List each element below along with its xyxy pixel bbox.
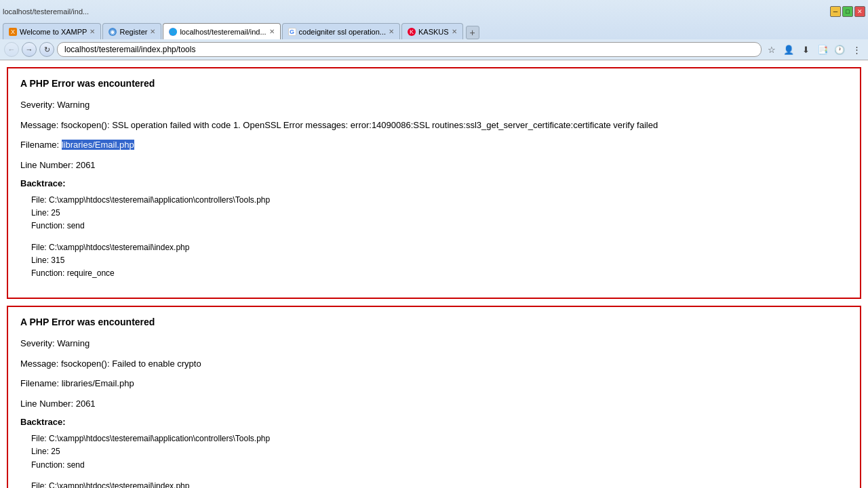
linenumber-label-1: Line Number: [20, 160, 73, 170]
bookmarks-icon[interactable]: 📑 [815, 42, 830, 57]
severity-value-1: Warning [57, 100, 90, 110]
backtrace-file-2-1: File: C:\xampp\htdocs\testeremail\index.… [31, 480, 848, 488]
error-linenumber-2: Line Number: 2061 [20, 397, 848, 411]
address-input[interactable] [57, 42, 762, 57]
tab-codeigniter[interactable]: G codeigniter ssl operation... ✕ [282, 23, 400, 39]
toolbar-icons: ☆ 👤 ⬇ 📑 🕐 ⋮ [764, 42, 864, 57]
message-value-1: fsockopen(): SSL operation failed with c… [61, 120, 658, 130]
filename-label-2: Filename: [20, 378, 59, 388]
forward-button[interactable]: → [22, 42, 37, 57]
page-content: A PHP Error was encountered Severity: Wa… [0, 60, 868, 488]
address-bar-row: ← → ↻ ☆ 👤 ⬇ 📑 🕐 ⋮ [0, 39, 868, 60]
error-box-1: A PHP Error was encountered Severity: Wa… [7, 67, 861, 299]
backtrace-file-1-0: File: C:\xampp\htdocs\testeremail\applic… [31, 194, 848, 207]
backtrace-function-2-0: Function: send [31, 459, 848, 472]
tab-codeigniter-close[interactable]: ✕ [389, 28, 394, 35]
linenumber-label-2: Line Number: [20, 399, 73, 409]
tab-register-icon: ◉ [108, 28, 117, 36]
filename-value-1: libraries/Email.php [62, 140, 134, 150]
linenumber-value-1: 2061 [76, 160, 96, 170]
error-severity-1: Severity: Warning [20, 98, 848, 112]
window-title: localhost/testeremail/ind... [3, 7, 89, 16]
tab-localhost-close[interactable]: ✕ [269, 28, 275, 35]
close-button[interactable]: ✕ [854, 6, 865, 17]
title-bar: localhost/testeremail/ind... ─ □ ✕ [0, 0, 868, 20]
backtrace-line-1-1: Line: 315 [31, 254, 848, 267]
backtrace-title-1: Backtrace: [20, 178, 848, 188]
error-title-2: A PHP Error was encountered [20, 317, 848, 327]
message-label-2: Message: [20, 359, 58, 369]
tab-kaskus[interactable]: K KASKUS ✕ [401, 23, 463, 39]
tab-xampp[interactable]: X Welcome to XAMPP ✕ [3, 23, 101, 39]
tab-register-close[interactable]: ✕ [150, 28, 155, 35]
person-icon[interactable]: 👤 [781, 42, 796, 57]
tab-xampp-close[interactable]: ✕ [90, 28, 95, 35]
linenumber-value-2: 2061 [76, 399, 96, 409]
backtrace-line-2-0: Line: 25 [31, 445, 848, 458]
error-box-2: A PHP Error was encountered Severity: Wa… [7, 306, 861, 488]
backtrace-line-1-0: Line: 25 [31, 207, 848, 220]
severity-value-2: Warning [57, 338, 90, 348]
browser-chrome: localhost/testeremail/ind... ─ □ ✕ X Wel… [0, 0, 868, 60]
backtrace-entry-2-1: File: C:\xampp\htdocs\testeremail\index.… [31, 480, 848, 488]
backtrace-function-1-1: Function: require_once [31, 267, 848, 280]
error-filename-2: Filename: libraries/Email.php [20, 377, 848, 390]
error-message-2: Message: fsockopen(): Failed to enable c… [20, 357, 848, 371]
error-message-1: Message: fsockopen(): SSL operation fail… [20, 119, 848, 132]
bookmark-icon[interactable]: ☆ [764, 42, 779, 57]
tab-xampp-icon: X [9, 28, 17, 36]
tab-kaskus-close[interactable]: ✕ [452, 28, 457, 35]
error-linenumber-1: Line Number: 2061 [20, 159, 848, 172]
tab-xampp-label: Welcome to XAMPP [20, 28, 87, 36]
error-title-1: A PHP Error was encountered [20, 78, 848, 89]
tab-register[interactable]: ◉ Register ✕ [102, 23, 161, 39]
back-button[interactable]: ← [4, 42, 19, 57]
error-filename-1: Filename: libraries/Email.php [20, 138, 848, 152]
tab-localhost-label: localhost/testeremail/ind... [180, 28, 266, 36]
tab-kaskus-icon: K [408, 28, 416, 36]
download-icon[interactable]: ⬇ [798, 42, 813, 57]
severity-label-2: Severity: [20, 338, 55, 348]
tab-codeigniter-label: codeigniter ssl operation... [299, 28, 386, 36]
backtrace-title-2: Backtrace: [20, 417, 848, 427]
backtrace-entry-2-0: File: C:\xampp\htdocs\testeremail\applic… [31, 432, 848, 472]
severity-label-1: Severity: [20, 100, 55, 110]
backtrace-file-2-0: File: C:\xampp\htdocs\testeremail\applic… [31, 432, 848, 445]
backtrace-file-1-1: File: C:\xampp\htdocs\testeremail\index.… [31, 241, 848, 254]
backtrace-entry-1-0: File: C:\xampp\htdocs\testeremail\applic… [31, 194, 848, 233]
backtrace-section-2: Backtrace: File: C:\xampp\htdocs\testere… [20, 417, 848, 488]
message-value-2: fsockopen(): Failed to enable crypto [61, 359, 201, 369]
backtrace-entry-1-1: File: C:\xampp\htdocs\testeremail\index.… [31, 241, 848, 281]
new-tab-button[interactable]: + [466, 26, 479, 39]
minimize-button[interactable]: ─ [830, 6, 841, 17]
backtrace-function-1-0: Function: send [31, 220, 848, 232]
tab-localhost-icon: 🌐 [169, 28, 177, 36]
window-controls: ─ □ ✕ [830, 6, 865, 17]
maximize-button[interactable]: □ [842, 6, 853, 17]
history-icon[interactable]: 🕐 [832, 42, 847, 57]
backtrace-section-1: Backtrace: File: C:\xampp\htdocs\testere… [20, 178, 848, 280]
refresh-button[interactable]: ↻ [39, 42, 54, 57]
tabs-row: X Welcome to XAMPP ✕ ◉ Register ✕ 🌐 loca… [0, 20, 868, 39]
tab-register-label: Register [119, 28, 147, 36]
apps-icon[interactable]: ⋮ [849, 42, 864, 57]
tab-kaskus-label: KASKUS [418, 28, 449, 36]
error-severity-2: Severity: Warning [20, 337, 848, 350]
tab-codeigniter-icon: G [288, 28, 296, 36]
filename-label-1: Filename: [20, 140, 59, 150]
message-label-1: Message: [20, 120, 58, 130]
filename-value-2: libraries/Email.php [62, 378, 134, 388]
tab-localhost[interactable]: 🌐 localhost/testeremail/ind... ✕ [163, 23, 280, 39]
